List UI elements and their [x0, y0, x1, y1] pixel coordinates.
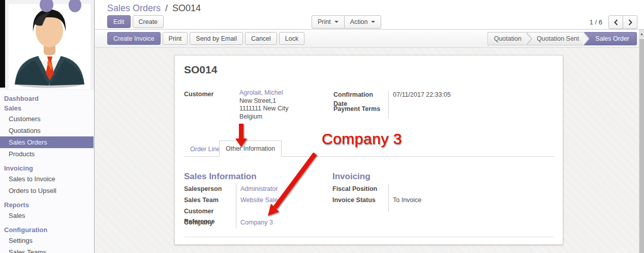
action-dropdown-label: Action	[350, 18, 368, 25]
sidebar-top-panel	[0, 0, 94, 90]
sidebar: Dashboard Sales Customers Quotations Sal…	[0, 0, 95, 253]
sales-team-link[interactable]: Website Sales	[240, 196, 281, 204]
sidebar-item-configuration[interactable]: Configuration	[0, 225, 94, 235]
confirmation-date-label: Confirmation Date	[333, 90, 388, 104]
print-dropdown-label: Print	[318, 18, 331, 25]
status-step-quotation[interactable]: Quotation	[487, 32, 527, 45]
breadcrumb-sales-orders-link[interactable]: Sales Orders	[107, 3, 161, 13]
dropdown-caret-icon	[334, 21, 339, 23]
app-menu-strip	[0, 0, 5, 88]
pager-previous-button[interactable]	[608, 15, 623, 29]
order-title: SO014	[184, 64, 217, 76]
tab-other-information[interactable]: Other Information	[219, 140, 282, 157]
edit-button[interactable]: Edit	[107, 15, 131, 28]
chevron-right-icon	[628, 19, 632, 25]
customer-link[interactable]: Agrolait, Michel	[239, 89, 283, 96]
statusbar-buttons: Create Invoice Print Send by Email Cance…	[107, 32, 304, 45]
create-button[interactable]: Create	[133, 15, 164, 28]
customer-address-line: 1111111 New City	[239, 105, 289, 113]
header-buttons: Edit Create	[107, 15, 164, 28]
scrollbar-thumb[interactable]	[639, 39, 644, 253]
payment-terms-value	[393, 104, 547, 119]
status-step-sales-order[interactable]: Sales Order	[584, 32, 637, 45]
business-man-avatar-icon	[9, 4, 90, 89]
pager-next-button[interactable]	[623, 15, 637, 29]
print-dropdown-button[interactable]: Print	[312, 15, 345, 29]
vertical-scrollbar[interactable]: ▲	[639, 30, 644, 253]
salesperson-link[interactable]: Administrator	[240, 185, 278, 192]
send-by-email-button[interactable]: Send by Email	[190, 32, 243, 45]
notebook-tabs: Order Lines Other Information	[184, 141, 554, 157]
lock-button[interactable]: Lock	[279, 32, 304, 45]
sidebar-item-settings[interactable]: Settings	[0, 235, 94, 246]
customer-reference-value	[240, 206, 327, 217]
pager-value: 1 / 6	[590, 18, 602, 26]
sidebar-item-sales-report[interactable]: Sales	[0, 210, 94, 221]
sidebar-item-quotations[interactable]: Quotations	[0, 125, 94, 136]
chevron-left-icon	[614, 19, 618, 25]
fiscal-position-label: Fiscal Position	[332, 184, 388, 195]
customer-label: Customer	[184, 89, 239, 100]
payment-terms-label: Payment Terms	[333, 104, 388, 119]
cancel-button[interactable]: Cancel	[245, 32, 277, 45]
dates-field-group: Confirmation Date Payment Terms 07/11/20…	[333, 90, 547, 119]
sidebar-item-invoicing[interactable]: Invoicing	[0, 163, 94, 173]
sidebar-item-dashboard[interactable]: Dashboard	[0, 94, 94, 103]
create-invoice-button[interactable]: Create Invoice	[107, 32, 161, 45]
sidebar-item-customers[interactable]: Customers	[0, 113, 94, 125]
form-view-background: SO014 Customer Agrolait, Michel New Stre…	[95, 48, 639, 253]
breadcrumb: Sales Orders / SO014	[107, 3, 201, 14]
sidebar-item-orders-to-upsell[interactable]: Orders to Upsell	[0, 185, 94, 196]
scroll-up-icon[interactable]: ▲	[639, 30, 644, 39]
sidebar-item-sales-to-invoice[interactable]: Sales to Invoice	[0, 173, 94, 185]
action-dropdown-button[interactable]: Action	[344, 15, 382, 29]
main-area: Sales Orders / SO014 Edit Create Print A…	[95, 0, 644, 253]
record-pager: 1 / 6	[590, 15, 637, 29]
sidebar-menu: Dashboard Sales Customers Quotations Sal…	[0, 94, 94, 253]
print-action-group: Print Action	[312, 15, 381, 29]
control-panel: Sales Orders / SO014 Edit Create Print A…	[95, 0, 644, 30]
invoice-status-value: To Invoice	[393, 195, 480, 206]
fiscal-position-value	[393, 184, 480, 195]
user-avatar-image	[9, 4, 90, 89]
sales-team-label: Sales Team	[184, 195, 236, 206]
sales-information-heading: Sales Information	[184, 172, 257, 182]
form-divider	[184, 237, 554, 237]
status-step-quotation-sent[interactable]: Quotation Sent	[527, 32, 584, 45]
breadcrumb-current: SO014	[172, 3, 201, 13]
sidebar-item-sales-orders[interactable]: Sales Orders	[0, 136, 94, 148]
salesperson-label: Salesperson	[184, 184, 236, 195]
company-link[interactable]: Company 3	[240, 219, 273, 226]
print-button[interactable]: Print	[163, 32, 188, 45]
confirmation-date-value: 07/11/2017 22:33:05	[393, 90, 547, 104]
customer-address-line: New Street,1	[239, 97, 289, 105]
sale-order-form-card: SO014 Customer Agrolait, Michel New Stre…	[174, 55, 563, 245]
breadcrumb-separator: /	[163, 3, 170, 13]
invoicing-heading: Invoicing	[332, 172, 371, 182]
sidebar-item-sales[interactable]: Sales	[0, 103, 94, 113]
sidebar-item-products[interactable]: Products	[0, 148, 94, 160]
customer-field-group: Customer Agrolait, Michel New Street,1 1…	[184, 89, 289, 121]
sidebar-item-sales-teams[interactable]: Sales Teams	[0, 246, 94, 253]
status-pipeline: Quotation Quotation Sent Sales Order	[487, 32, 637, 45]
customer-address-line: Belgium	[239, 113, 289, 121]
invoicing-group: Fiscal Position Invoice Status To Invoic…	[332, 184, 480, 212]
customer-reference-label: Customer Reference	[184, 206, 236, 217]
form-statusbar: Create Invoice Print Send by Email Cance…	[95, 30, 639, 48]
dropdown-caret-icon	[371, 21, 375, 23]
sidebar-item-reports[interactable]: Reports	[0, 200, 94, 210]
invoice-status-label: Invoice Status	[332, 195, 388, 206]
company-label: Company	[184, 217, 236, 229]
sales-information-group: Salesperson Sales Team Customer Referenc…	[184, 184, 327, 229]
